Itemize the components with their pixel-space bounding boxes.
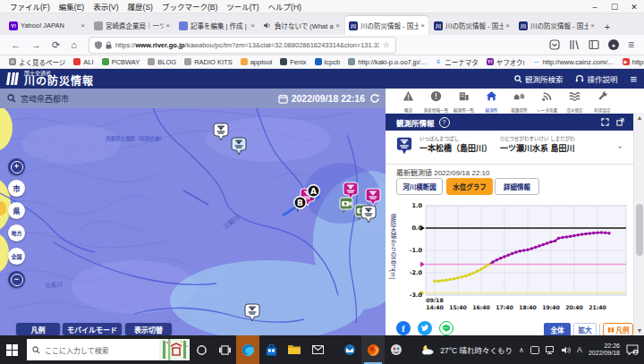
thunderbird-icon[interactable]	[338, 335, 361, 364]
bookmark-item[interactable]: apptool	[241, 58, 273, 66]
taskbar-clock[interactable]: 22:26 2022/09/18	[589, 343, 620, 357]
weather-icon[interactable]	[419, 344, 434, 355]
weather-text[interactable]: 27°C 晴れ時々くもり	[440, 344, 513, 355]
site-menu-icon[interactable]: ≡	[630, 72, 637, 86]
map-button-3[interactable]: 表示切替	[125, 323, 172, 335]
maximize-button[interactable]: ☐	[605, 0, 624, 13]
bookmark-item[interactable]: Y!ヤフオク!	[487, 57, 525, 67]
twitter-icon[interactable]	[418, 321, 432, 335]
reload-icon[interactable]: ⟳	[52, 39, 60, 51]
refresh-icon[interactable]	[369, 93, 380, 104]
browser-tab[interactable]: Y!Yahoo! JAPAN×	[5, 16, 89, 35]
library-icon[interactable]	[569, 39, 580, 50]
map-control-地方[interactable]: 地方	[8, 224, 25, 241]
gauge-marker-white[interactable]	[213, 123, 229, 142]
map-control-+[interactable]: +	[8, 158, 25, 175]
menu-item[interactable]: 履歴(S)	[123, 1, 157, 12]
menu-item[interactable]: 編集(E)	[55, 1, 89, 12]
panel-tab-2[interactable]: 水位グラフ	[446, 178, 493, 195]
toolbar-item-alert[interactable]: 発表情報一覧	[422, 89, 450, 114]
bookmark-item[interactable]: lcpcb	[315, 58, 341, 66]
menu-item[interactable]: ファイル(F)	[5, 1, 55, 12]
bookmark-item[interactable]: ⚙よく見るページ	[9, 57, 65, 67]
bookmark-item[interactable]: RADIO KITS	[184, 58, 233, 66]
facebook-icon[interactable]: f	[396, 321, 411, 335]
page-scrollbar[interactable]: ▲ ▼	[633, 113, 644, 335]
map-marker-camera[interactable]	[339, 197, 353, 218]
panel-tab-1[interactable]: 河川横断図	[396, 178, 443, 195]
bookmark-item[interactable]: —http://www.cainz.com/…	[533, 58, 614, 66]
tab-close-icon[interactable]: ×	[420, 21, 425, 30]
ime-indicator[interactable]: A	[577, 345, 582, 354]
tablet-tray-icon[interactable]	[530, 346, 539, 354]
bookmark-item[interactable]: ALI	[73, 58, 93, 66]
calendar-icon[interactable]	[278, 94, 288, 104]
tab-close-icon[interactable]: ×	[165, 21, 170, 30]
scrollbar-thumb[interactable]	[636, 204, 643, 256]
browser-tab[interactable]: 川川の防災情報 - 国土交通×	[515, 16, 598, 35]
tab-close-icon[interactable]: ×	[80, 21, 85, 30]
menu-item[interactable]: ブックマーク(B)	[157, 1, 222, 12]
gauge-marker-white[interactable]	[244, 303, 260, 323]
browser-tab[interactable]: 宮崎県企業局｜一ツ瀬川水系×	[90, 16, 174, 35]
gauge-marker-lightblue[interactable]	[231, 137, 247, 157]
profile-avatar[interactable]: ●	[608, 39, 619, 50]
tab-close-icon[interactable]: ×	[505, 21, 510, 30]
scroll-up-arrow[interactable]: ▲	[634, 113, 644, 123]
pocket-icon[interactable]	[549, 39, 560, 50]
browser-tab[interactable]: 負けないで (What a bea×	[260, 16, 343, 35]
menu-item[interactable]: 表示(V)	[89, 1, 123, 12]
map-marker-gauge[interactable]	[244, 303, 260, 326]
notification-center-icon[interactable]: 2	[626, 344, 639, 355]
map-search-input[interactable]: 宮崎県西都市	[21, 93, 69, 105]
gauge-marker-white[interactable]	[360, 205, 377, 224]
start-button[interactable]	[0, 335, 23, 364]
browser-tab[interactable]: 川川の防災情報 - 国土交通×	[345, 16, 428, 35]
bookmark-item[interactable]: Fenix	[280, 58, 306, 66]
chart-legend-button[interactable]: 凡例	[603, 323, 633, 336]
new-tab-button[interactable]: +	[600, 19, 614, 35]
home-icon[interactable]: ⌂	[71, 39, 77, 50]
map-button-1[interactable]: 凡例	[16, 323, 60, 335]
tab-close-icon[interactable]: ×	[590, 21, 595, 30]
panel-tab-3[interactable]: 詳細情報	[495, 178, 539, 195]
map-canvas[interactable]: 西都原古墳群（特別史跡）三財川三名川 AB +市県地方全国− 凡例モバイルモード…	[0, 108, 386, 335]
file-explorer-icon[interactable]	[283, 335, 306, 364]
chart-zoom-button[interactable]: 拡大	[573, 323, 597, 336]
store-icon[interactable]	[259, 335, 283, 364]
map-control-県[interactable]: 県	[8, 202, 25, 219]
map-marker-gauge[interactable]	[213, 123, 229, 146]
toolbar-item-building[interactable]: 観測所一覧	[450, 89, 478, 114]
popout-icon[interactable]	[616, 118, 624, 126]
menu-item[interactable]: ヘルプ(H)	[264, 1, 306, 12]
minimize-button[interactable]: –	[585, 0, 605, 13]
map-control-全国[interactable]: 全国	[8, 248, 25, 265]
chart-overall-button[interactable]: 全体	[544, 323, 571, 336]
bookmark-item[interactable]: BLOG	[148, 58, 176, 66]
mail-icon[interactable]	[306, 335, 329, 364]
expand-icon[interactable]	[601, 118, 609, 126]
bookmark-item[interactable]: ▶https://www.youtube.c…	[623, 58, 644, 66]
map-marker-gauge[interactable]	[231, 137, 247, 160]
toolbar-item-house[interactable]: 観測所	[478, 89, 505, 114]
hamburger-menu-icon[interactable]: ≡	[628, 38, 634, 51]
map-control-市[interactable]: 市	[8, 180, 25, 197]
bookmark-item[interactable]: Gニーナマタ	[435, 57, 479, 67]
map-control-−[interactable]: −	[8, 271, 25, 288]
forward-icon[interactable]: →	[31, 39, 41, 50]
bookmark-item[interactable]: http://kaki-p.o.oo7.jp/…	[348, 58, 427, 66]
volume-icon[interactable]	[562, 346, 571, 354]
chevron-down-icon[interactable]: ⌄	[616, 140, 623, 150]
toolbar-item-warning[interactable]: 概況	[394, 89, 422, 114]
network-icon[interactable]	[546, 346, 555, 354]
back-icon[interactable]: ←	[11, 39, 21, 50]
edge-icon[interactable]	[236, 335, 259, 364]
toolbar-item-radar[interactable]: レーダ雨量	[533, 89, 561, 114]
station-card[interactable]: いっぽんまつばし 一本松橋（島田川） ひとつせがわすいけい しまだがわ 一ツ瀬川…	[386, 131, 633, 165]
cortana-icon[interactable]	[190, 335, 213, 364]
toolbar-item-waves[interactable]: 浸水想定	[561, 89, 589, 114]
tab-close-icon[interactable]: ×	[250, 21, 255, 30]
help-button[interactable]: 操作説明	[575, 73, 617, 84]
help-circle-icon[interactable]: ?	[439, 117, 450, 128]
toolbar-item-wrench[interactable]: 利用設定	[589, 89, 616, 114]
